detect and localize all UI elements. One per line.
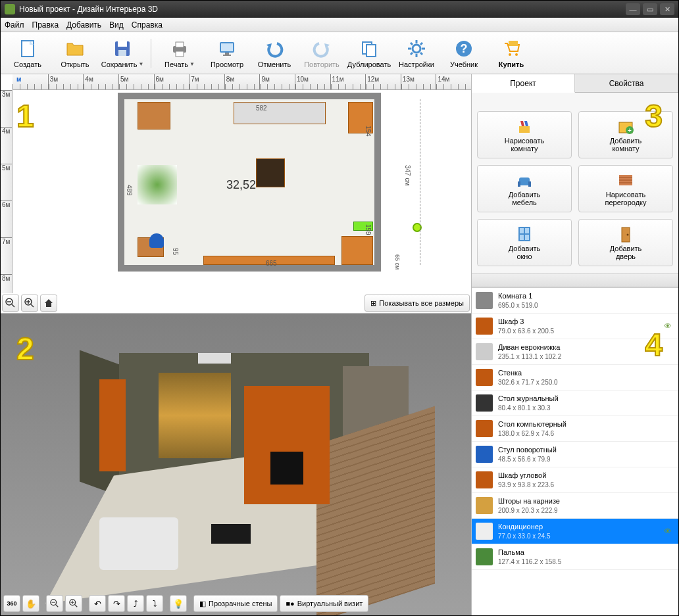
object-dimensions: 80.4 x 80.1 x 30.3 (498, 404, 674, 412)
object-dimensions: 127.4 x 116.2 x 158.5 (498, 557, 674, 566)
object-item[interactable]: Стол компьютерный138.0 x 62.9 x 74.6 (472, 416, 678, 442)
room-area: 32,52 (226, 178, 256, 192)
object-name: Пальма (498, 548, 674, 557)
tilt-down-button[interactable]: ⤵ (146, 595, 163, 612)
floorplan-view[interactable]: м3м4м5м6м7м8м9м10м11м12м13м14м 3м4м5м6м7… (1, 74, 471, 314)
add-door-button[interactable]: Добавитьдверь (578, 219, 673, 266)
curtains (159, 373, 231, 458)
add-door-icon (616, 225, 635, 243)
object-item[interactable]: Диван еврокнижка235.1 x 113.1 x 102.2 (472, 339, 678, 365)
plan-canvas[interactable]: 582 32,52 489 665 347 см 154 159 95 65 с… (13, 90, 471, 293)
zoom-in-3d-button[interactable] (65, 595, 82, 612)
furniture-plant[interactable] (138, 165, 177, 204)
maximize-button[interactable]: ▭ (643, 3, 657, 15)
zoom-in-button[interactable] (21, 295, 38, 312)
object-dimensions: 77.0 x 33.0 x 24.5 (498, 532, 659, 540)
object-item[interactable]: Кондиционер77.0 x 33.0 x 24.5👁 (472, 519, 678, 544)
shelf-unit (244, 386, 330, 504)
menu-2[interactable]: Добавить (66, 20, 101, 30)
object-item[interactable]: Шкаф 379.0 x 63.6 x 200.5👁 (472, 314, 678, 339)
transparent-walls-button[interactable]: ◧Прозрачные стены (193, 595, 278, 612)
preview-button[interactable]: Просмотр (205, 35, 249, 72)
view-3d[interactable]: 360 ✋ ↶ ↷ ⤴ ⤵ 💡 ◧Прозрачные стены ■●Вирт… (1, 314, 471, 615)
furniture-chair[interactable] (149, 233, 164, 248)
buy-button[interactable]: Купить (490, 35, 533, 72)
rotate-left-button[interactable]: ↶ (89, 595, 106, 612)
home-button[interactable] (40, 295, 57, 312)
wardrobe-3d (99, 379, 126, 471)
object-thumbnail (476, 369, 493, 386)
object-item[interactable]: Стол журнальный80.4 x 80.1 x 30.3 (472, 391, 678, 416)
settings-button[interactable]: Настройки (395, 35, 438, 72)
save-button[interactable]: Сохранить▼ (101, 35, 144, 72)
add-window-icon (515, 225, 534, 243)
cart-icon (501, 38, 522, 59)
create-button[interactable]: Создать (6, 35, 49, 72)
rotate-right-button[interactable]: ↷ (108, 595, 125, 612)
duplicate-button[interactable]: Дублировать (347, 35, 391, 72)
redo-icon (311, 38, 332, 59)
help-button[interactable]: ?Учебник (442, 35, 486, 72)
print-button[interactable]: Печать▼ (158, 35, 201, 72)
object-thumbnail (476, 497, 493, 514)
zoom-out-3d-button[interactable] (46, 595, 63, 612)
furniture-corner2[interactable] (341, 236, 373, 265)
object-item[interactable]: Стул поворотный48.5 x 56.6 x 79.9 (472, 442, 678, 467)
gear-icon (406, 38, 427, 59)
pan-button[interactable]: ✋ (22, 595, 39, 612)
actions-grid: Нарисоватькомнату+ДобавитькомнатуДобавит… (472, 93, 678, 273)
object-dimensions: 200.9 x 20.3 x 222.9 (498, 506, 674, 515)
minimize-button[interactable]: — (626, 3, 640, 15)
toolbar: СоздатьОткрытьСохранить▼Печать▼ПросмотрО… (1, 32, 678, 74)
object-item[interactable]: Стенка302.6 x 71.7 x 250.0 (472, 365, 678, 391)
add-room-icon: + (616, 117, 635, 135)
show-all-dims-button[interactable]: ⊞Показывать все размеры (365, 295, 470, 312)
add-window-button[interactable]: Добавитьокно (477, 219, 572, 266)
rotate-360-button[interactable]: 360 (3, 595, 20, 612)
menu-3[interactable]: Вид (109, 20, 124, 30)
tilt-up-button[interactable]: ⤴ (127, 595, 144, 612)
svg-rect-8 (221, 43, 233, 51)
zoom-out-button[interactable] (2, 295, 19, 312)
menu-4[interactable]: Справка (132, 20, 163, 30)
object-list[interactable]: Комната 1695.0 x 519.0Шкаф 379.0 x 63.6 … (472, 287, 678, 615)
visibility-icon[interactable]: 👁 (664, 527, 674, 536)
tab-properties[interactable]: Свойства (575, 74, 678, 92)
object-item[interactable]: Шторы на карнизе200.9 x 20.3 x 222.9 (472, 493, 678, 519)
svg-rect-41 (519, 126, 530, 133)
virtual-visit-button[interactable]: ■●Виртуальный визит (280, 595, 368, 612)
tab-project[interactable]: Проект (472, 74, 575, 93)
redo-button[interactable]: Повторить (300, 35, 343, 72)
object-item[interactable]: Шкаф угловой93.9 x 93.8 x 223.6 (472, 467, 678, 493)
draw-partition-button[interactable]: Нарисоватьперегородку (578, 165, 673, 212)
furniture-sofa-top[interactable] (234, 102, 326, 124)
close-button[interactable]: ✕ (660, 3, 674, 15)
menu-1[interactable]: Правка (32, 20, 59, 30)
window-title: Новый проект - Дизайн Интерьера 3D (19, 5, 158, 14)
svg-point-13 (413, 45, 420, 53)
object-item[interactable]: Пальма127.4 x 116.2 x 158.5 (472, 544, 678, 570)
add-room-button[interactable]: +Добавитькомнату (578, 111, 673, 158)
svg-rect-26 (509, 41, 518, 46)
undo-button[interactable]: Отменить (253, 35, 296, 72)
menu-0[interactable]: Файл (5, 20, 24, 30)
add-furniture-button[interactable]: Добавитьмебель (477, 165, 572, 212)
svg-line-18 (411, 43, 413, 45)
light-button[interactable]: 💡 (170, 595, 187, 612)
svg-line-19 (420, 53, 422, 55)
draw-room-button[interactable]: Нарисоватькомнату (477, 111, 572, 158)
object-name: Комната 1 (498, 291, 674, 300)
object-item[interactable]: Комната 1695.0 x 519.0 (472, 288, 678, 314)
coffee-table-3d (211, 524, 251, 544)
furniture-wardrobe[interactable] (138, 102, 170, 130)
svg-rect-2 (118, 41, 127, 47)
copy-icon (359, 38, 380, 59)
furniture-table[interactable] (256, 158, 285, 187)
open-button[interactable]: Открыть (53, 35, 97, 72)
svg-line-20 (411, 53, 413, 55)
svg-line-28 (12, 304, 14, 307)
visibility-icon[interactable]: 👁 (664, 321, 674, 331)
svg-point-56 (627, 234, 629, 236)
svg-line-31 (31, 304, 34, 307)
camera-icon: ■● (286, 600, 294, 607)
